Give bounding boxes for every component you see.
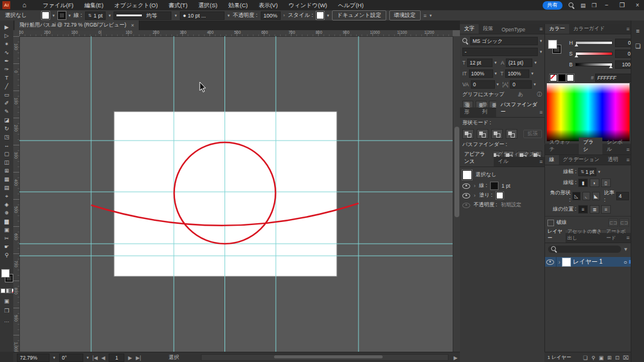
menu-item-0[interactable]: ファイル(F)	[37, 0, 79, 10]
horizontal-scale-field[interactable]: 100%	[505, 69, 529, 78]
layer-target-icon[interactable]: ○	[623, 259, 627, 265]
visibility-eye-icon[interactable]	[462, 183, 470, 189]
fill-stroke-indicator[interactable]	[1, 269, 12, 285]
hue-slider[interactable]	[575, 41, 613, 45]
projecting-cap-button[interactable]: ▯	[601, 179, 611, 187]
profile-dropdown-icon[interactable]: ▾	[174, 13, 177, 18]
filter-icon[interactable]: ▼	[623, 246, 628, 252]
brush-dropdown-icon[interactable]: ▾	[228, 13, 230, 18]
fill-proxy[interactable]	[1, 269, 10, 278]
edit-toolbar-button[interactable]: …	[0, 317, 13, 323]
tool-direct-selection-tool[interactable]: ▷	[0, 31, 13, 40]
menu-item-4[interactable]: 選択(S)	[193, 0, 223, 10]
arrange-documents-icon[interactable]: ❒	[591, 2, 596, 8]
stroke-dropdown-icon[interactable]: ▾	[69, 13, 71, 18]
document-setup-button[interactable]: ドキュメント設定	[332, 10, 386, 21]
kerning-field[interactable]: 0	[471, 80, 495, 89]
miter-join-button[interactable]: ◺	[572, 192, 580, 200]
style-swatch[interactable]	[316, 11, 324, 19]
layer-visibility-icon[interactable]	[546, 259, 554, 265]
close-button[interactable]: ×	[633, 2, 642, 8]
visibility-eye-icon[interactable]	[462, 193, 470, 198]
tab-color-guide[interactable]: カラーガイド	[569, 24, 609, 34]
tool-eyedropper-tool[interactable]: ⌖	[0, 192, 13, 200]
vertical-scrollbar-thumb[interactable]	[454, 127, 459, 217]
zoom-dropdown-icon[interactable]: ▾	[53, 355, 56, 360]
menu-item-8[interactable]: ヘルプ(H)	[333, 0, 369, 10]
opacity-field[interactable]: 100%	[261, 11, 281, 20]
intersect-button[interactable]	[491, 129, 503, 139]
tool-slice-tool[interactable]: ✂	[0, 234, 13, 243]
locate-object-icon[interactable]: ⚲	[590, 355, 597, 361]
tab-align[interactable]: 整列	[478, 100, 496, 117]
tool-perspective-grid-tool[interactable]: ⊞	[0, 167, 13, 175]
delete-layer-icon[interactable]: ⌧	[621, 355, 631, 361]
layer-name[interactable]: レイヤー 1	[573, 258, 622, 266]
preferences-button[interactable]: 環境設定	[389, 10, 421, 21]
white-swatch[interactable]	[567, 74, 574, 81]
expand-chevron-icon[interactable]: ›	[474, 192, 476, 198]
none-swatch[interactable]	[550, 74, 557, 81]
share-button[interactable]: 共有	[543, 1, 563, 10]
tab-layers[interactable]: レイヤー	[545, 227, 566, 243]
tab-paragraph[interactable]: 段落	[479, 24, 497, 34]
bar-menu-dropdown-icon[interactable]: ▾	[430, 13, 432, 18]
tool-eraser-tool[interactable]: ◪	[0, 116, 13, 124]
visibility-eye-icon[interactable]	[462, 203, 470, 208]
bar-menu-icon[interactable]: ≡	[424, 13, 427, 19]
tab-pathfinder[interactable]: パスファインダー	[496, 100, 544, 117]
panel-menu-icon[interactable]: ≡	[626, 235, 630, 241]
last-artboard-icon[interactable]: ▶|	[136, 355, 141, 361]
tool-rectangle-tool[interactable]: ▭	[0, 91, 13, 99]
app-icon[interactable]: Ai	[2, 1, 10, 9]
panel-menu-icon[interactable]: ≡	[540, 26, 543, 32]
fill-dropdown-icon[interactable]: ▾	[53, 13, 55, 18]
color-spectrum[interactable]	[547, 83, 630, 141]
draw-mode-button[interactable]: ▣	[0, 298, 13, 304]
font-style-dropdown-icon[interactable]: ▾	[540, 49, 542, 54]
layer-search-input[interactable]	[548, 246, 621, 253]
hex-field[interactable]: FFFFFF	[595, 74, 631, 82]
variable-width-profile[interactable]: 均等	[113, 11, 171, 20]
tool-shape-builder-tool[interactable]: ◫	[0, 158, 13, 167]
home-icon[interactable]: ⌂	[22, 2, 27, 8]
new-sublayer-icon[interactable]: ⊞	[605, 355, 613, 361]
tab-asset-export[interactable]: アセットの書き出し	[566, 227, 604, 243]
tool-magic-wand-tool[interactable]: ✶	[0, 40, 13, 48]
minus-front-button[interactable]	[477, 129, 488, 139]
brightness-slider[interactable]	[575, 63, 613, 66]
tool-artboard-tool[interactable]: ▣	[0, 226, 13, 234]
panel-menu-icon[interactable]: ≡	[626, 157, 630, 163]
canvas[interactable]	[19, 36, 453, 352]
tab-appearance[interactable]: アピアランス	[460, 150, 494, 167]
dock-libraries-panel-icon[interactable]: ≡	[636, 28, 640, 34]
dashed-line-checkbox[interactable]	[547, 220, 554, 226]
opacity-chevron-icon[interactable]: ›	[284, 13, 285, 17]
tab-transparency[interactable]: 透明	[604, 155, 622, 165]
document-tab[interactable]: 飛行船用パス.ai @ 72.79 % (RGB/プレビュー) ×	[14, 21, 139, 30]
tool-paintbrush-tool[interactable]: ✐	[0, 99, 13, 107]
menu-item-6[interactable]: 表示(V)	[253, 0, 283, 10]
tool-column-graph-tool[interactable]: ▆	[0, 217, 13, 226]
style-dropdown-icon[interactable]: ▾	[327, 13, 330, 18]
color-mode-button[interactable]	[1, 288, 5, 293]
zoom-level-field[interactable]: 72.79%	[17, 354, 49, 362]
tool-symbol-sprayer-tool[interactable]: ✵	[0, 209, 13, 217]
tool-width-tool[interactable]: ↔	[0, 141, 13, 150]
panel-menu-icon[interactable]: ≡	[540, 109, 543, 115]
tab-brushes[interactable]: ブラシ	[579, 138, 602, 154]
tool-pencil-tool[interactable]: ✎	[0, 107, 13, 116]
round-join-button[interactable]: ◟	[582, 192, 590, 200]
tool-selection-tool[interactable]: ▶	[0, 23, 13, 31]
tab-graphic-styles[interactable]: グラフィックスタイル	[494, 150, 544, 167]
tab-gradient[interactable]: グラデーション	[559, 155, 604, 165]
align-inside-button[interactable]: ≣	[590, 205, 599, 214]
tab-character[interactable]: 文字	[460, 24, 479, 34]
tab-transform[interactable]: 変形	[460, 100, 478, 117]
make-clipping-mask-icon[interactable]: ▣	[597, 355, 605, 361]
stroke-row-value[interactable]: 1 pt	[502, 183, 510, 189]
stroke-width-dropdown-icon[interactable]: ▾	[109, 13, 111, 18]
rotation-field[interactable]: 0°	[59, 354, 83, 362]
tool-blend-tool[interactable]: ◈	[0, 200, 13, 209]
miter-limit-field[interactable]: 4	[616, 192, 629, 200]
